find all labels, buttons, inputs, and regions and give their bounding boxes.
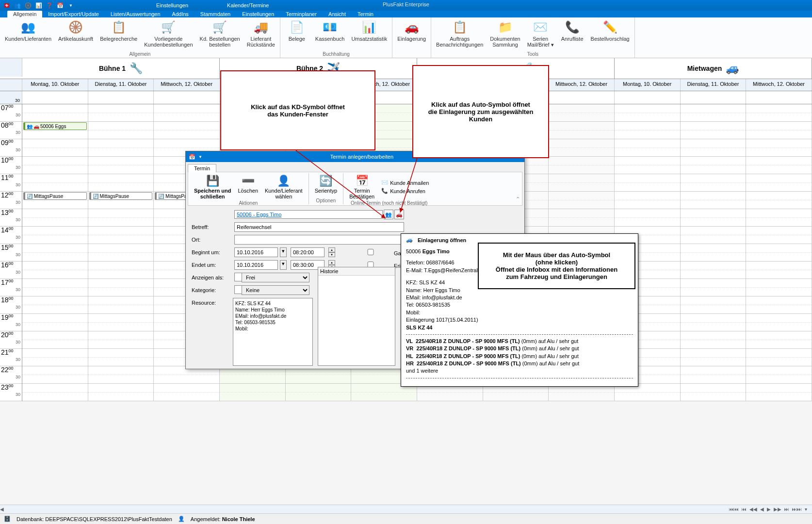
calendar-event[interactable]: 🔄 MittagsPause — [89, 192, 153, 200]
label-anzeigen: Anzeigen als: — [192, 275, 230, 280]
day-column[interactable] — [681, 104, 747, 401]
allday-checkbox[interactable] — [349, 249, 392, 255]
auto-icon-button[interactable]: 🚗 — [394, 210, 404, 219]
nav-dropdown[interactable]: ▾ — [805, 507, 807, 512]
ribbon-btn-artikelauskunft[interactable]: 🛞Artikelauskunft — [55, 18, 96, 51]
day-column[interactable]: 🔄 MittagsPause — [88, 104, 154, 401]
callout-auto-symbol: Klick auf das Auto-Symbol öffnet die Ein… — [412, 65, 549, 158]
ribbon-btn-auftrags-benachrichtigungen[interactable]: 📋Auftrags Benachrichtigungen — [433, 18, 486, 51]
confirm-button[interactable]: 📅Termin Bestätigen — [346, 173, 377, 200]
ribbon-btn-bestellvorschlag[interactable]: ✏️Bestellvorschlag — [588, 18, 633, 51]
group-label-optionen: Optionen — [312, 198, 340, 204]
day-column[interactable] — [746, 104, 812, 401]
start-time-down[interactable]: ▼ — [328, 252, 335, 257]
maintab-einstellungen[interactable]: Einstellungen — [137, 1, 208, 10]
day-header[interactable]: Mittwoch, 12. Oktober — [746, 79, 812, 91]
quick-access-toolbar: 🇨🇭 👥 🛞 📊 ❓ 📅 ▼ Einstellungen Kalender/Te… — [0, 0, 812, 11]
calendar-nav-bar: ◀ ⏮⏮ ⏮ ◀◀ ◀ ▶ ▶▶ ⏭ ⏭⏭ ▾ — [0, 505, 812, 513]
stage-headers: Bühne 1🔧Bühne 2✈️Bühne 3🔩Mietwagen🚙 — [0, 58, 812, 79]
ribbon-tab-einstellungen[interactable]: Einstellungen — [236, 11, 280, 17]
delete-button[interactable]: ➖Löschen — [235, 173, 261, 200]
ribbon-collapse-icon[interactable]: ⌃ — [516, 196, 520, 202]
customer-link[interactable]: 50006 - Eggs Timo — [234, 210, 383, 219]
ribbon-btn-kd-bestellungen-bestellen[interactable]: 🛒Kd. Bestellungen bestellen — [197, 18, 243, 51]
save-close-button[interactable]: 💾Speichern und schließen — [191, 173, 234, 200]
ort-input[interactable] — [234, 235, 404, 245]
ribbon-tab-terminplaner[interactable]: Terminplaner — [280, 11, 323, 17]
calendar-event[interactable]: 🔄 MittagsPause — [23, 192, 87, 200]
end-time-up[interactable]: ▲ — [328, 260, 335, 265]
nav-next1[interactable]: ▶ — [767, 507, 771, 512]
callout-hover: Mit der Maus über das Auto-Symbol (ohne … — [478, 243, 635, 289]
ribbon-btn-belegrecherche[interactable]: 📋Belegrecherche — [97, 18, 140, 51]
nav-next-page[interactable]: ⏭ — [784, 507, 789, 512]
day-header[interactable]: Montag, 10. Oktober — [22, 79, 88, 91]
ribbon-tab-allgemein[interactable]: Allgemein — [7, 11, 42, 17]
day-header[interactable]: Dienstag, 11. Oktober — [681, 79, 747, 91]
ribbon-tab-ansicht[interactable]: Ansicht — [323, 11, 352, 17]
label-beginnt: Beginnt um: — [192, 249, 230, 255]
qat-icon-5[interactable]: 📅 — [56, 1, 64, 9]
ribbon-btn-kassenbuch[interactable]: 💶Kassenbuch — [312, 18, 348, 51]
ribbon-tab-listen[interactable]: Listen/Auswertungen — [105, 11, 166, 17]
mail-customer-button[interactable]: ✉️Kunde Anmailen — [378, 179, 432, 187]
app-icon[interactable]: 🇨🇭 — [3, 1, 11, 9]
ribbon-group-label: Allgemein — [2, 51, 278, 58]
ribbon-btn-anrufliste[interactable]: 📞Anrufliste — [558, 18, 587, 51]
ribbon-tab-import[interactable]: Import/Export/Update — [42, 11, 105, 17]
ribbon-btn-einlagerung[interactable]: 🚗Einlagerung — [394, 18, 429, 57]
qat-icon-3[interactable]: 📊 — [35, 1, 43, 9]
ribbon-tab-termin[interactable]: Termin — [352, 11, 379, 17]
nav-next[interactable]: ▶▶ — [774, 507, 781, 512]
ribbon-btn-kunden-lieferanten[interactable]: 👥Kunden/Lieferanten — [2, 18, 54, 51]
day-header[interactable]: Montag, 10. Oktober — [615, 79, 681, 91]
group-label-aktionen: Aktionen — [191, 200, 306, 207]
day-headers: Montag, 10. OktoberDienstag, 11. Oktober… — [0, 79, 812, 91]
day-header[interactable]: Mittwoch, 12. Oktober — [154, 79, 220, 91]
nav-prev[interactable]: ◀◀ — [749, 507, 757, 512]
dialog-tab-termin[interactable]: Termin — [188, 164, 216, 172]
nav-prev-page[interactable]: ⏮ — [742, 507, 747, 512]
ribbon-tab-addins[interactable]: AddIns — [166, 11, 195, 17]
start-time-input[interactable] — [291, 247, 325, 257]
day-header[interactable]: Dienstag, 11. Oktober — [88, 79, 154, 91]
kd-icon-button[interactable]: 👥 — [384, 210, 393, 219]
start-time-up[interactable]: ▲ — [328, 247, 335, 252]
ribbon-btn-dokumenten-sammlung[interactable]: 📁Dokumenten Sammlung — [487, 18, 523, 51]
ribbon-btn-vorliegende-kundenbestellungen[interactable]: 🛒Vorliegende Kundenbestellungen — [141, 18, 195, 51]
ribbon-btn-belege[interactable]: 📄Belege — [282, 18, 311, 51]
maintab-kalender[interactable]: Kalender/Termine — [208, 1, 288, 10]
calendar-event[interactable]: 👥🚗 50006 Eggs — [23, 122, 87, 130]
callout-kd-symbol: Klick auf das KD-Symbol öffnet das Kunde… — [220, 70, 375, 150]
call-customer-button[interactable]: 📞Kunde Anrufen — [378, 187, 432, 195]
ribbon-btn-serien-mail-brief-[interactable]: ✉️Serien Mail/Brief ▾ — [524, 18, 557, 51]
category-select[interactable]: Keine — [242, 285, 309, 295]
choose-customer-button[interactable]: 👤Kunde/Lieferant wählen — [262, 173, 306, 200]
dialog-qat-dropdown[interactable]: ▼ — [198, 155, 202, 159]
stage-header-0: Bühne 1🔧 — [22, 58, 220, 79]
stage-header-3: Mietwagen🚙 — [615, 58, 812, 79]
ribbon-btn-lieferant-r-ckst-nde[interactable]: 🚚Lieferant Rückstände — [244, 18, 278, 51]
start-date-input[interactable] — [234, 247, 278, 257]
ribbon-btn-umsatzstatistik[interactable]: 📊Umsatzstatistik — [348, 18, 390, 51]
qat-icon-2[interactable]: 🛞 — [24, 1, 32, 9]
day-column[interactable]: 👥🚗 50006 Eggs🔄 MittagsPause — [22, 104, 88, 401]
db-icon: 🗄️ — [4, 516, 11, 522]
scroll-left[interactable]: ◀ — [0, 507, 4, 512]
showas-select[interactable]: Frei — [242, 273, 309, 282]
day-header[interactable]: Mittwoch, 12. Oktober — [549, 79, 615, 91]
betreff-input[interactable] — [234, 222, 404, 232]
qat-icon-4[interactable]: ❓ — [46, 1, 53, 9]
group-label-online: Online Termin (noch nicht Bestätigt) — [346, 200, 432, 207]
serientyp-button[interactable]: 🔄Serientyp — [312, 173, 340, 198]
label-resource: Resource: — [192, 300, 230, 306]
nav-last[interactable]: ⏭⏭ — [792, 507, 802, 512]
end-date-input[interactable] — [234, 260, 278, 270]
user-icon: 👤 — [178, 516, 185, 522]
nav-prev1[interactable]: ◀ — [760, 507, 764, 512]
ribbon-tab-stammdaten[interactable]: Stammdaten — [195, 11, 236, 17]
qat-dropdown-icon[interactable]: ▼ — [67, 1, 75, 9]
nav-first[interactable]: ⏮⏮ — [729, 507, 739, 512]
qat-icon-1[interactable]: 👥 — [14, 1, 21, 9]
dialog-icon: 📅 — [189, 154, 195, 160]
